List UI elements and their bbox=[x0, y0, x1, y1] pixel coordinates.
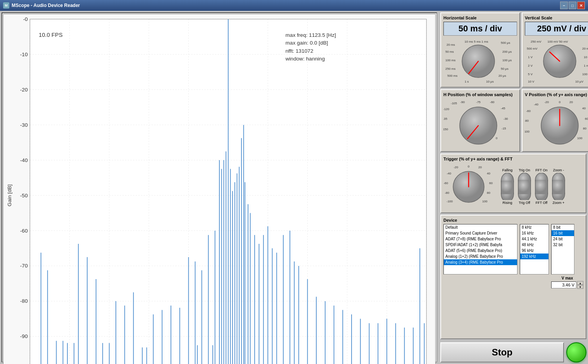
device-list-item[interactable]: ADAT (7+8) (RME Babyface Pro bbox=[444, 236, 517, 242]
title-bar: M MScope - Audio Device Reader – □ ✕ bbox=[0, 0, 588, 11]
scale-row: Horizontal Scale 50 ms / div 10 ms 5 ms … bbox=[440, 12, 586, 88]
vmax-spinner[interactable]: ▲ ▼ bbox=[577, 281, 583, 289]
device-section: Device DefaultPrimary Sound Capture Driv… bbox=[440, 215, 586, 339]
bit-list-item[interactable]: 16 bit bbox=[552, 230, 574, 236]
trig-toggle[interactable] bbox=[517, 173, 532, 200]
fft-off-label: FFT Off bbox=[536, 201, 548, 205]
horizontal-scale-knob[interactable]: 10 ms 5 ms 1 ms 500 μs 200 μs 100 μs 50 … bbox=[443, 38, 517, 85]
trigger-knob[interactable]: 0 20 40 60 80 100 -20 -40 -60 -80 -100 bbox=[443, 163, 498, 209]
trigger-knob-area: 0 20 40 60 80 100 -20 -40 -60 -80 -100 bbox=[443, 163, 498, 210]
horizontal-scale-section: Horizontal Scale 50 ms / div 10 ms 5 ms … bbox=[440, 12, 520, 88]
svg-text:20 μs: 20 μs bbox=[498, 74, 506, 78]
device-list-item[interactable]: Default bbox=[444, 224, 517, 230]
svg-text:250 ms: 250 ms bbox=[445, 67, 455, 71]
svg-text:60: 60 bbox=[585, 117, 588, 121]
vertical-scale-knob[interactable]: 100 mV 50 mV 250 mV 20 mV 10 mV 1 mV 100… bbox=[525, 38, 588, 85]
fft-toggle[interactable] bbox=[534, 173, 549, 200]
vmax-box: V max 3.46 V ▲ ▼ bbox=[551, 276, 583, 289]
device-list[interactable]: DefaultPrimary Sound Capture DriverADAT … bbox=[443, 224, 517, 274]
bit-list-item[interactable]: 24 bit bbox=[552, 236, 574, 242]
vertical-scale-section: Vertical Scale 250 mV / div 100 mV 50 mV bbox=[522, 12, 588, 88]
maximize-button[interactable]: □ bbox=[569, 2, 576, 9]
h-position-knob[interactable]: -75 -60 -45 -30 -15 0 -90 -105 -120 -135… bbox=[443, 98, 517, 149]
right-panel: Horizontal Scale 50 ms / div 10 ms 5 ms … bbox=[439, 11, 588, 364]
v-position-knob[interactable]: 0 20 40 60 80 100 -20 -40 -60 -80 -100 bbox=[525, 98, 588, 149]
device-list-item[interactable]: Analog (3+4) (RME Babyface Pro bbox=[444, 259, 517, 265]
svg-text:-90: -90 bbox=[20, 333, 28, 339]
bit-list-item[interactable]: 8 bit bbox=[552, 224, 574, 230]
svg-text:1 mV: 1 mV bbox=[584, 64, 588, 67]
svg-text:-20: -20 bbox=[20, 87, 28, 93]
svg-text:-0: -0 bbox=[23, 16, 28, 22]
svg-text:-105: -105 bbox=[451, 102, 457, 105]
svg-text:Gain [dB]: Gain [dB] bbox=[7, 185, 12, 207]
freq-list-item[interactable]: 96 kHz bbox=[520, 248, 548, 254]
trig-toggle-group: Trig On Trig bbox=[517, 168, 532, 205]
zoom-minus-label: Zoom - bbox=[553, 168, 564, 172]
svg-rect-192 bbox=[501, 181, 514, 194]
svg-text:80: 80 bbox=[583, 127, 586, 130]
close-button[interactable]: ✕ bbox=[577, 2, 585, 9]
h-position-section: H Position (% of window samples) -75 -60… bbox=[440, 89, 520, 152]
freq-list-item[interactable]: 16 kHz bbox=[520, 230, 548, 236]
rising-label: Rising bbox=[502, 201, 512, 205]
vmax-up-button[interactable]: ▲ bbox=[577, 281, 583, 285]
fft-on-label: FFT On bbox=[536, 168, 548, 172]
svg-text:1 s: 1 s bbox=[465, 80, 469, 83]
freq-list-item[interactable]: 44.1 kHz bbox=[520, 236, 548, 242]
svg-text:1 V: 1 V bbox=[528, 55, 533, 59]
svg-text:10.0 FPS: 10.0 FPS bbox=[39, 32, 63, 38]
svg-text:10 mV: 10 mV bbox=[584, 55, 588, 59]
slope-knob[interactable] bbox=[500, 173, 515, 200]
svg-text:100: 100 bbox=[577, 136, 583, 140]
zoom-plus-label: Zoom + bbox=[553, 201, 565, 205]
bit-list-item[interactable]: 32 bit bbox=[552, 242, 574, 248]
svg-text:nfft:        131072: nfft: 131072 bbox=[286, 48, 314, 54]
svg-text:-60: -60 bbox=[526, 109, 531, 113]
svg-text:500 μs: 500 μs bbox=[501, 41, 510, 45]
svg-text:2 V: 2 V bbox=[528, 64, 533, 67]
main-layout: -0 -10 -20 -30 -40 -50 -60 -70 -80 -90 -… bbox=[0, 11, 588, 364]
svg-text:10 μs: 10 μs bbox=[486, 80, 494, 83]
stop-button[interactable]: Stop bbox=[440, 342, 564, 362]
svg-text:50 μs: 50 μs bbox=[501, 67, 509, 71]
svg-text:-40: -40 bbox=[20, 157, 28, 163]
chart-container: -0 -10 -20 -30 -40 -50 -60 -70 -80 -90 -… bbox=[3, 14, 436, 364]
svg-text:-10: -10 bbox=[20, 52, 28, 57]
zoom-toggle[interactable] bbox=[551, 173, 566, 200]
svg-text:-50: -50 bbox=[20, 193, 28, 198]
device-list-item[interactable]: Analog (1+2) (RME Babyface Pro bbox=[444, 254, 517, 259]
fft-toggle-group: FFT On FFT Of bbox=[534, 168, 549, 205]
svg-text:-40: -40 bbox=[447, 172, 451, 175]
device-list-item[interactable]: SPDIF/ADAT (1+2) (RME Babyfa bbox=[444, 242, 517, 248]
freq-list-item[interactable]: 48 kHz bbox=[520, 242, 548, 248]
svg-text:0: 0 bbox=[496, 136, 498, 140]
freq-list[interactable]: 8 kHz16 kHz44.1 kHz48 kHz96 kHz192 kHz bbox=[520, 224, 549, 274]
title-bar-text: MScope - Audio Device Reader bbox=[12, 3, 80, 8]
svg-text:20: 20 bbox=[478, 166, 482, 169]
svg-text:10 V: 10 V bbox=[528, 80, 535, 83]
trigger-title: Trigger (% of y+ axis range) & FFT bbox=[443, 157, 583, 161]
falling-rising-group: Falling Risin bbox=[500, 168, 515, 205]
device-list-item[interactable]: ADAT (5+6) (RME Babyface Pro) bbox=[444, 248, 517, 254]
freq-list-item[interactable]: 8 kHz bbox=[520, 224, 548, 230]
svg-text:-70: -70 bbox=[20, 263, 28, 269]
vmax-down-button[interactable]: ▼ bbox=[577, 285, 583, 289]
svg-text:10 ms  5 ms  1 ms: 10 ms 5 ms 1 ms bbox=[465, 40, 488, 43]
svg-text:50 ms: 50 ms bbox=[445, 50, 454, 53]
bit-list[interactable]: 8 bit16 bit24 bit32 bit bbox=[551, 224, 574, 274]
svg-text:max gain:      0.0 [dB]: max gain: 0.0 [dB] bbox=[286, 40, 328, 46]
svg-text:-60: -60 bbox=[490, 100, 495, 104]
vmax-input-group: 3.46 V ▲ ▼ bbox=[551, 281, 583, 289]
status-indicator bbox=[566, 342, 586, 362]
minimize-button[interactable]: – bbox=[560, 2, 568, 9]
title-bar-left: M MScope - Audio Device Reader bbox=[3, 2, 80, 9]
device-title: Device bbox=[443, 218, 583, 223]
freq-list-item[interactable]: 192 kHz bbox=[520, 254, 548, 259]
svg-text:max freq:   1123.5 [Hz]: max freq: 1123.5 [Hz] bbox=[286, 32, 336, 38]
device-list-item[interactable]: Primary Sound Capture Driver bbox=[444, 230, 517, 236]
horizontal-scale-title: Horizontal Scale bbox=[443, 16, 517, 20]
spectrum-chart: -0 -10 -20 -30 -40 -50 -60 -70 -80 -90 -… bbox=[3, 14, 435, 364]
svg-text:250 mV: 250 mV bbox=[531, 40, 541, 43]
svg-text:100 mV  50 mV: 100 mV 50 mV bbox=[548, 40, 569, 43]
